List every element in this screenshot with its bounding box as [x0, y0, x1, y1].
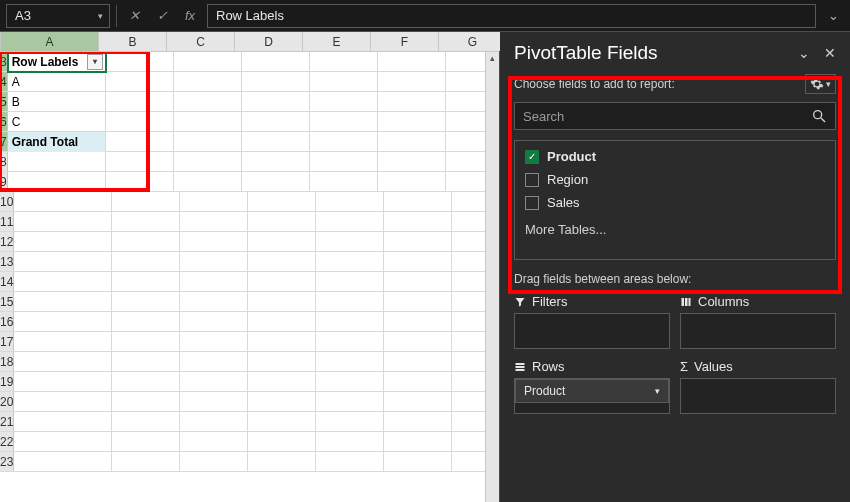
- cell[interactable]: [452, 312, 485, 332]
- cell[interactable]: [316, 352, 384, 372]
- cell[interactable]: [180, 452, 248, 472]
- cell[interactable]: [248, 312, 316, 332]
- cell[interactable]: [452, 332, 485, 352]
- cell[interactable]: [112, 312, 180, 332]
- cell[interactable]: [180, 332, 248, 352]
- cell[interactable]: [378, 112, 446, 132]
- field-item-sales[interactable]: Sales: [525, 195, 825, 210]
- name-box[interactable]: A3 ▾: [6, 4, 110, 28]
- cell[interactable]: [452, 292, 485, 312]
- cell[interactable]: [310, 112, 378, 132]
- row-header[interactable]: 11: [0, 212, 14, 231]
- cell[interactable]: [242, 92, 310, 112]
- cell[interactable]: [384, 192, 452, 212]
- cell[interactable]: [174, 92, 242, 112]
- field-item-region[interactable]: Region: [525, 172, 825, 187]
- cell[interactable]: [316, 192, 384, 212]
- cell[interactable]: [452, 252, 485, 272]
- cell[interactable]: [14, 352, 112, 372]
- cell[interactable]: [310, 152, 378, 172]
- vertical-scrollbar[interactable]: ▴: [485, 52, 499, 502]
- cell[interactable]: Row Labels▾: [8, 52, 106, 72]
- cell[interactable]: [384, 352, 452, 372]
- cell[interactable]: [452, 412, 485, 432]
- confirm-icon[interactable]: ✓: [151, 5, 173, 27]
- row-header[interactable]: 9: [0, 172, 8, 191]
- column-header-G[interactable]: G: [439, 32, 507, 51]
- cell[interactable]: [14, 372, 112, 392]
- row-header[interactable]: 4: [0, 72, 8, 91]
- cell[interactable]: [8, 152, 106, 172]
- scroll-up-icon[interactable]: ▴: [486, 52, 499, 64]
- cell[interactable]: [14, 232, 112, 252]
- more-tables-link[interactable]: More Tables...: [525, 222, 825, 237]
- cell[interactable]: [384, 212, 452, 232]
- cell[interactable]: [112, 332, 180, 352]
- column-header-E[interactable]: E: [303, 32, 371, 51]
- cell[interactable]: [446, 152, 485, 172]
- cell[interactable]: [378, 132, 446, 152]
- checkbox[interactable]: ✓: [525, 150, 539, 164]
- cell[interactable]: [180, 192, 248, 212]
- cell[interactable]: B: [8, 92, 106, 112]
- cell[interactable]: [316, 312, 384, 332]
- cell[interactable]: [378, 172, 446, 192]
- cell[interactable]: [180, 312, 248, 332]
- cell[interactable]: [316, 272, 384, 292]
- cell[interactable]: [8, 172, 106, 192]
- cell[interactable]: [248, 212, 316, 232]
- row-header[interactable]: 22: [0, 432, 14, 451]
- cell[interactable]: [112, 212, 180, 232]
- cell[interactable]: [384, 312, 452, 332]
- cell[interactable]: [180, 372, 248, 392]
- cell[interactable]: [14, 332, 112, 352]
- cell[interactable]: Grand Total: [8, 132, 106, 152]
- cell[interactable]: [174, 172, 242, 192]
- cell[interactable]: [106, 152, 174, 172]
- cell[interactable]: [14, 312, 112, 332]
- cell[interactable]: [112, 252, 180, 272]
- row-header[interactable]: 14: [0, 272, 14, 291]
- cell[interactable]: [384, 432, 452, 452]
- cell[interactable]: [452, 392, 485, 412]
- cell[interactable]: [248, 432, 316, 452]
- tools-button[interactable]: ▾: [805, 74, 836, 94]
- grid-body[interactable]: 3Row Labels▾4A5B6C7Grand Total8910111213…: [0, 52, 485, 502]
- cell[interactable]: [446, 132, 485, 152]
- cell[interactable]: [248, 372, 316, 392]
- cell[interactable]: [242, 152, 310, 172]
- cell[interactable]: [112, 272, 180, 292]
- cell[interactable]: [14, 212, 112, 232]
- cell[interactable]: [316, 392, 384, 412]
- cell[interactable]: [378, 92, 446, 112]
- cell[interactable]: [14, 452, 112, 472]
- cell[interactable]: [310, 172, 378, 192]
- cell[interactable]: [248, 452, 316, 472]
- field-item-product[interactable]: ✓Product: [525, 149, 825, 164]
- cell[interactable]: [248, 292, 316, 312]
- cell[interactable]: [112, 192, 180, 212]
- cell[interactable]: [316, 412, 384, 432]
- cell[interactable]: [180, 352, 248, 372]
- cell[interactable]: [316, 332, 384, 352]
- cell[interactable]: [384, 292, 452, 312]
- cell[interactable]: [106, 132, 174, 152]
- cell[interactable]: [14, 432, 112, 452]
- column-header-F[interactable]: F: [371, 32, 439, 51]
- formula-input[interactable]: Row Labels: [207, 4, 816, 28]
- cell[interactable]: [310, 92, 378, 112]
- cell[interactable]: [106, 72, 174, 92]
- cell[interactable]: [242, 132, 310, 152]
- cell[interactable]: [112, 372, 180, 392]
- cell[interactable]: [180, 432, 248, 452]
- filter-dropdown-icon[interactable]: ▾: [87, 54, 103, 70]
- row-header[interactable]: 6: [0, 112, 8, 131]
- search-input[interactable]: Search: [514, 102, 836, 130]
- fx-button[interactable]: fx: [179, 5, 201, 27]
- cell[interactable]: [242, 52, 310, 72]
- cell[interactable]: C: [8, 112, 106, 132]
- cell[interactable]: [310, 72, 378, 92]
- cell[interactable]: [446, 172, 485, 192]
- cell[interactable]: [14, 252, 112, 272]
- cell[interactable]: [248, 392, 316, 412]
